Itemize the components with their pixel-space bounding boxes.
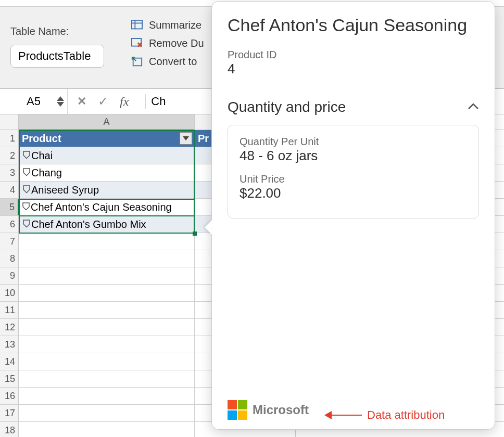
row-header[interactable]: 11 [0,302,19,318]
cell[interactable]: Product [19,130,195,147]
fx-icon[interactable]: fx [120,95,129,109]
summarize-label: Summarize [149,19,201,31]
row-header[interactable]: 4 [0,182,19,198]
cell[interactable] [19,319,195,336]
product-id-value: 4 [228,61,479,77]
select-all-corner[interactable] [0,114,19,130]
name-box[interactable]: A5 [0,89,68,114]
cell[interactable] [19,233,195,250]
row-header[interactable]: 2 [0,147,19,164]
row-header[interactable]: 7 [0,233,19,250]
pivot-icon [130,20,144,31]
fill-handle[interactable] [193,232,197,236]
cell-text: Chef Anton's Gumbo Mix [31,219,146,230]
svg-rect-0 [132,20,142,28]
unit-price-value: $22.00 [240,185,467,201]
cell[interactable] [19,353,195,370]
row-header[interactable]: 17 [0,405,19,421]
row-header[interactable]: 9 [0,267,19,284]
cell[interactable] [19,336,195,353]
attribution-brand: Microsoft [253,403,309,417]
ribbon-group-table-name: Table Name: [10,25,104,68]
cell[interactable] [19,250,195,267]
data-type-icon[interactable] [22,184,31,196]
row-header[interactable]: 13 [0,336,19,353]
data-type-card: Chef Anton's Cajun Seasoning Product ID … [211,1,495,430]
qpu-label: Quantity Per Unit [240,136,467,148]
microsoft-logo-icon [228,400,247,420]
table-header-product: Product [22,133,61,145]
enter-icon[interactable]: ✓ [98,94,108,109]
cell[interactable]: Chai [19,147,195,164]
cell[interactable]: Aniseed Syrup [19,182,195,198]
card-section-header[interactable]: Quantity and price [228,99,479,115]
cell[interactable] [19,405,195,421]
cell[interactable]: Chang [19,164,195,181]
remove-duplicates-icon [130,38,144,49]
annotation-callout: Data attribution [325,408,445,422]
card-detail-box: Quantity Per Unit 48 - 6 oz jars Unit Pr… [228,125,479,219]
cell-text: Chai [31,150,53,162]
unit-price-label: Unit Price [240,173,467,185]
cancel-icon[interactable]: ✕ [77,95,86,108]
row-header[interactable]: 15 [0,370,19,387]
arrow-left-icon [325,415,362,416]
table-name-input[interactable] [10,45,104,68]
cell[interactable]: Chef Anton's Cajun Seasoning [18,199,194,215]
cell[interactable] [19,267,195,284]
remove-duplicates-button[interactable]: Remove Du [130,37,204,49]
summarize-pivot-button[interactable]: Summarize [130,19,204,31]
cell[interactable] [19,370,195,387]
cell[interactable]: Chef Anton's Gumbo Mix [19,216,195,233]
data-type-icon[interactable] [22,219,31,230]
convert-to-range-button[interactable]: Convert to [130,56,204,68]
cell[interactable] [19,388,195,404]
column-header-a[interactable]: A [19,114,195,131]
cell[interactable] [19,422,195,437]
row-header[interactable]: 1 [0,130,19,147]
table-name-label: Table Name: [10,25,104,37]
row-header[interactable]: 12 [0,319,19,336]
cell-text: Chef Anton's Cajun Seasoning [31,201,172,213]
formula-bar-buttons: ✕ ✓ fx [68,94,145,109]
convert-range-icon [130,56,144,68]
chevron-up-icon[interactable] [468,102,479,112]
convert-label: Convert to [149,56,197,68]
card-callout-notch [205,220,212,235]
section-title: Quantity and price [228,99,346,115]
product-id-label: Product ID [228,49,479,61]
row-header[interactable]: 6 [0,216,19,233]
cell[interactable] [19,285,195,301]
data-type-icon[interactable] [22,150,31,162]
row-header[interactable]: 14 [0,353,19,370]
row-header[interactable]: 8 [0,250,19,267]
ribbon-group-tools: Summarize Remove Du Convert to [130,19,204,74]
data-type-icon[interactable] [22,167,31,179]
cell-text: Chang [31,167,62,179]
row-header[interactable]: 10 [0,285,19,301]
data-type-icon[interactable] [21,201,31,213]
annotation-text: Data attribution [367,408,445,422]
table-header-next: Pr [198,133,209,145]
row-header[interactable]: 16 [0,388,19,404]
cell[interactable] [19,302,195,318]
chevron-down-icon[interactable] [57,102,64,107]
row-header[interactable]: 3 [0,164,19,181]
qpu-value: 48 - 6 oz jars [240,148,467,164]
row-header[interactable]: 18 [0,422,19,437]
cell-reference: A5 [27,95,41,108]
row-header[interactable]: 5 [0,199,19,215]
remove-duplicates-label: Remove Du [149,37,204,49]
chevron-up-icon[interactable] [57,96,64,101]
name-box-spinner[interactable] [57,96,64,107]
cell-text: Aniseed Syrup [31,184,99,196]
filter-dropdown-icon[interactable] [180,132,192,145]
card-title: Chef Anton's Cajun Seasoning [228,15,479,35]
